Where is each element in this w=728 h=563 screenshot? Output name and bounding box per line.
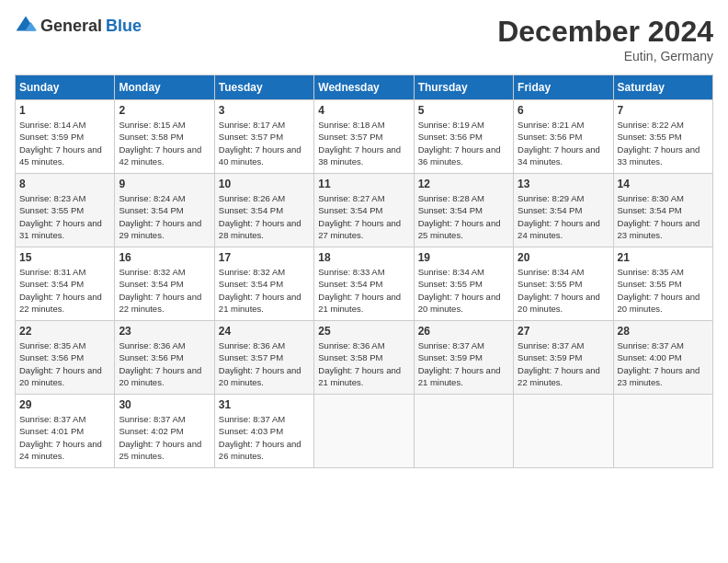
day-cell-23: 23 Sunrise: 8:36 AMSunset: 3:56 PMDaylig… <box>115 321 214 395</box>
day-number: 3 <box>219 104 310 117</box>
day-info: Sunrise: 8:23 AMSunset: 3:55 PMDaylight:… <box>19 193 102 240</box>
day-number: 23 <box>119 325 210 338</box>
day-cell-20: 20 Sunrise: 8:34 AMSunset: 3:55 PMDaylig… <box>514 247 613 321</box>
day-number: 2 <box>119 104 210 117</box>
empty-cell <box>314 395 414 468</box>
day-number: 20 <box>518 251 609 264</box>
day-info: Sunrise: 8:34 AMSunset: 3:55 PMDaylight:… <box>418 267 501 314</box>
logo-text-general: General <box>40 17 102 36</box>
day-number: 18 <box>318 251 409 264</box>
day-info: Sunrise: 8:36 AMSunset: 3:58 PMDaylight:… <box>318 340 401 387</box>
month-title: December 2024 <box>497 15 713 49</box>
calendar: Sunday Monday Tuesday Wednesday Thursday… <box>15 75 713 468</box>
logo-text-blue: Blue <box>106 17 142 36</box>
logo-icon <box>15 15 37 37</box>
day-number: 17 <box>219 251 310 264</box>
day-info: Sunrise: 8:27 AMSunset: 3:54 PMDaylight:… <box>318 193 401 240</box>
day-info: Sunrise: 8:36 AMSunset: 3:56 PMDaylight:… <box>119 340 201 387</box>
day-cell-8: 8 Sunrise: 8:23 AMSunset: 3:55 PMDayligh… <box>16 174 115 247</box>
day-number: 1 <box>19 104 110 117</box>
day-number: 10 <box>219 178 310 190</box>
day-number: 24 <box>219 325 310 338</box>
day-number: 5 <box>418 104 509 117</box>
day-cell-28: 28 Sunrise: 8:37 AMSunset: 4:00 PMDaylig… <box>613 321 712 395</box>
day-cell-2: 2 Sunrise: 8:15 AMSunset: 3:58 PMDayligh… <box>115 100 214 174</box>
day-cell-5: 5 Sunrise: 8:19 AMSunset: 3:56 PMDayligh… <box>414 100 513 174</box>
day-number: 26 <box>418 325 509 338</box>
day-info: Sunrise: 8:14 AMSunset: 3:59 PMDaylight:… <box>19 120 102 167</box>
page-header: GeneralBlue December 2024 Eutin, Germany <box>15 15 713 63</box>
day-info: Sunrise: 8:36 AMSunset: 3:57 PMDaylight:… <box>219 340 301 387</box>
day-cell-12: 12 Sunrise: 8:28 AMSunset: 3:54 PMDaylig… <box>414 174 513 247</box>
day-info: Sunrise: 8:17 AMSunset: 3:57 PMDaylight:… <box>219 120 301 167</box>
day-info: Sunrise: 8:37 AMSunset: 3:59 PMDaylight:… <box>418 340 501 387</box>
day-cell-11: 11 Sunrise: 8:27 AMSunset: 3:54 PMDaylig… <box>314 174 414 247</box>
day-cell-18: 18 Sunrise: 8:33 AMSunset: 3:54 PMDaylig… <box>314 247 414 321</box>
header-tuesday: Tuesday <box>214 75 313 100</box>
day-number: 27 <box>518 325 609 338</box>
calendar-row-3: 15 Sunrise: 8:31 AMSunset: 3:54 PMDaylig… <box>16 247 713 321</box>
day-cell-9: 9 Sunrise: 8:24 AMSunset: 3:54 PMDayligh… <box>115 174 214 247</box>
day-info: Sunrise: 8:24 AMSunset: 3:54 PMDaylight:… <box>119 193 201 240</box>
day-cell-24: 24 Sunrise: 8:36 AMSunset: 3:57 PMDaylig… <box>214 321 313 395</box>
day-cell-30: 30 Sunrise: 8:37 AMSunset: 4:02 PMDaylig… <box>115 395 214 468</box>
day-number: 7 <box>618 104 709 117</box>
day-cell-25: 25 Sunrise: 8:36 AMSunset: 3:58 PMDaylig… <box>314 321 414 395</box>
day-number: 12 <box>418 178 509 190</box>
day-info: Sunrise: 8:30 AMSunset: 3:54 PMDaylight:… <box>618 193 700 240</box>
day-number: 30 <box>119 398 210 411</box>
day-cell-17: 17 Sunrise: 8:32 AMSunset: 3:54 PMDaylig… <box>214 247 313 321</box>
day-cell-1: 1 Sunrise: 8:14 AMSunset: 3:59 PMDayligh… <box>16 100 115 174</box>
header-friday: Friday <box>514 75 613 100</box>
day-info: Sunrise: 8:37 AMSunset: 3:59 PMDaylight:… <box>518 340 600 387</box>
day-number: 14 <box>618 178 709 190</box>
day-info: Sunrise: 8:18 AMSunset: 3:57 PMDaylight:… <box>318 120 401 167</box>
day-cell-13: 13 Sunrise: 8:29 AMSunset: 3:54 PMDaylig… <box>514 174 613 247</box>
day-info: Sunrise: 8:28 AMSunset: 3:54 PMDaylight:… <box>418 193 501 240</box>
header-wednesday: Wednesday <box>314 75 414 100</box>
empty-cell <box>414 395 513 468</box>
calendar-row-4: 22 Sunrise: 8:35 AMSunset: 3:56 PMDaylig… <box>16 321 713 395</box>
day-cell-29: 29 Sunrise: 8:37 AMSunset: 4:01 PMDaylig… <box>16 395 115 468</box>
header-thursday: Thursday <box>414 75 513 100</box>
location: Eutin, Germany <box>497 49 713 63</box>
calendar-row-2: 8 Sunrise: 8:23 AMSunset: 3:55 PMDayligh… <box>16 174 713 247</box>
day-info: Sunrise: 8:35 AMSunset: 3:55 PMDaylight:… <box>618 267 700 314</box>
day-info: Sunrise: 8:35 AMSunset: 3:56 PMDaylight:… <box>19 340 102 387</box>
day-number: 13 <box>518 178 609 190</box>
day-cell-14: 14 Sunrise: 8:30 AMSunset: 3:54 PMDaylig… <box>613 174 712 247</box>
day-cell-10: 10 Sunrise: 8:26 AMSunset: 3:54 PMDaylig… <box>214 174 313 247</box>
day-cell-16: 16 Sunrise: 8:32 AMSunset: 3:54 PMDaylig… <box>115 247 214 321</box>
day-cell-6: 6 Sunrise: 8:21 AMSunset: 3:56 PMDayligh… <box>514 100 613 174</box>
day-number: 28 <box>618 325 709 338</box>
day-info: Sunrise: 8:37 AMSunset: 4:03 PMDaylight:… <box>219 414 301 461</box>
day-cell-4: 4 Sunrise: 8:18 AMSunset: 3:57 PMDayligh… <box>314 100 414 174</box>
day-number: 4 <box>318 104 409 117</box>
day-number: 8 <box>19 178 110 190</box>
day-info: Sunrise: 8:22 AMSunset: 3:55 PMDaylight:… <box>618 120 700 167</box>
day-number: 16 <box>119 251 210 264</box>
calendar-header-row: Sunday Monday Tuesday Wednesday Thursday… <box>16 75 713 100</box>
day-number: 31 <box>219 398 310 411</box>
empty-cell <box>514 395 613 468</box>
day-info: Sunrise: 8:15 AMSunset: 3:58 PMDaylight:… <box>119 120 201 167</box>
day-number: 21 <box>618 251 709 264</box>
day-info: Sunrise: 8:32 AMSunset: 3:54 PMDaylight:… <box>219 267 301 314</box>
day-number: 29 <box>19 398 110 411</box>
day-info: Sunrise: 8:34 AMSunset: 3:55 PMDaylight:… <box>518 267 600 314</box>
day-number: 15 <box>19 251 110 264</box>
day-info: Sunrise: 8:31 AMSunset: 3:54 PMDaylight:… <box>19 267 102 314</box>
day-info: Sunrise: 8:37 AMSunset: 4:01 PMDaylight:… <box>19 414 102 461</box>
day-number: 22 <box>19 325 110 338</box>
calendar-row-1: 1 Sunrise: 8:14 AMSunset: 3:59 PMDayligh… <box>16 100 713 174</box>
day-number: 19 <box>418 251 509 264</box>
header-saturday: Saturday <box>613 75 712 100</box>
day-cell-15: 15 Sunrise: 8:31 AMSunset: 3:54 PMDaylig… <box>16 247 115 321</box>
day-info: Sunrise: 8:33 AMSunset: 3:54 PMDaylight:… <box>318 267 401 314</box>
day-info: Sunrise: 8:37 AMSunset: 4:02 PMDaylight:… <box>119 414 201 461</box>
day-number: 11 <box>318 178 409 190</box>
day-cell-7: 7 Sunrise: 8:22 AMSunset: 3:55 PMDayligh… <box>613 100 712 174</box>
header-sunday: Sunday <box>16 75 115 100</box>
day-info: Sunrise: 8:32 AMSunset: 3:54 PMDaylight:… <box>119 267 201 314</box>
day-cell-19: 19 Sunrise: 8:34 AMSunset: 3:55 PMDaylig… <box>414 247 513 321</box>
